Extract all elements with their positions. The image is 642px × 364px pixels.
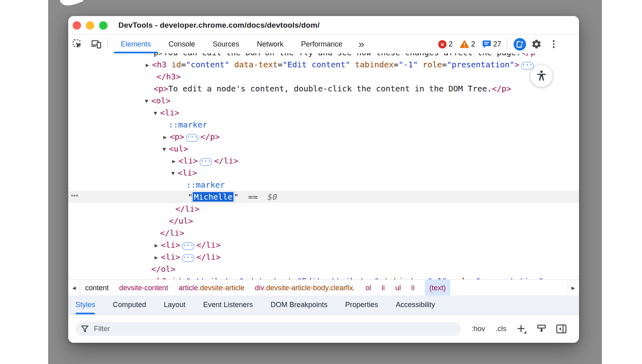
tree-collapsed-icon[interactable]: ▶	[154, 252, 161, 264]
breadcrumb-item[interactable]: li	[411, 280, 414, 296]
more-options-button[interactable]	[548, 36, 560, 52]
tree-expanded-icon[interactable]: ▼	[145, 95, 151, 107]
tree-expanded-icon[interactable]: ▼	[163, 144, 169, 156]
dom-tree-line[interactable]: p>You can edit the DOM on the fly and se…	[68, 53, 579, 59]
dom-token: p>You can edit the DOM on the fly and se…	[154, 53, 521, 57]
warnings-badge[interactable]: 2	[460, 40, 475, 49]
chevron-right-icon: ▶	[571, 285, 575, 290]
pane-tab-computed[interactable]: Computed	[113, 295, 146, 314]
tree-collapsed-icon[interactable]: ▶	[146, 59, 152, 71]
element-classes-button[interactable]: .cls	[496, 325, 506, 333]
breadcrumb-item[interactable]: div.devsite-article-body.clearfix.	[255, 280, 355, 296]
issues-badge[interactable]: 27	[482, 40, 501, 49]
node-ellipsis-icon[interactable]: ···	[182, 242, 195, 250]
breadcrumb-item[interactable]: li	[382, 280, 385, 296]
dom-tree-line[interactable]: </ol>	[68, 263, 579, 275]
desktop-background: DevTools - developer.chrome.com/docs/dev…	[0, 0, 642, 364]
dom-token: </li>	[196, 252, 220, 262]
dom-token: </li>	[175, 204, 199, 214]
node-ellipsis-icon[interactable]: ···	[186, 134, 199, 142]
breadcrumb-item[interactable]: ol	[366, 280, 371, 296]
toggle-element-state-button[interactable]: :hov	[471, 325, 485, 333]
dom-token: tabindex	[350, 60, 394, 69]
dom-token: <li>	[160, 108, 179, 117]
dom-tree-line[interactable]: ▶<h3 id="content" data-text="Edit conten…	[68, 59, 579, 71]
dom-tree-line[interactable]: ▼<li>	[68, 167, 579, 179]
pane-tab-styles[interactable]: Styles	[75, 295, 95, 314]
dom-token: role	[418, 60, 442, 69]
more-tabs-button[interactable]: »	[357, 39, 366, 49]
dom-token: "presentation"	[447, 60, 515, 69]
tree-collapsed-icon[interactable]: ▶	[154, 240, 161, 252]
dom-tree-line[interactable]: ▶<li>···</li>	[68, 155, 579, 167]
ai-device-sparkle-icon	[516, 40, 524, 48]
breadcrumb-scroll-left-button[interactable]: ◀	[68, 280, 80, 296]
node-ellipsis-icon[interactable]: ···	[521, 62, 534, 70]
dom-tree-line[interactable]: ▶<li>···</li>	[68, 239, 579, 251]
breadcrumb-item[interactable]: devsite-content	[119, 280, 168, 296]
breadcrumb-item[interactable]: ul	[395, 280, 401, 296]
dom-tree-line[interactable]: ▼<li>	[68, 107, 579, 119]
dom-tree-line[interactable]: ::marker	[68, 179, 579, 191]
paint-brush-button[interactable]	[536, 324, 547, 334]
breadcrumb-bar: ◀ contentdevsite-contentarticle.devsite-…	[68, 279, 579, 296]
breadcrumb-text: devsite-content	[119, 284, 168, 292]
pane-tab-accessibility[interactable]: Accessibility	[396, 295, 435, 314]
dom-tree-line[interactable]: </li>	[68, 227, 579, 239]
dom-tree-line[interactable]: </h3>	[68, 71, 579, 83]
dom-tree-line[interactable]: ▼<ol>	[68, 95, 579, 107]
tab-console[interactable]: Console	[160, 35, 204, 53]
filter-funnel-icon	[81, 325, 89, 333]
tree-expanded-icon[interactable]: ▼	[154, 107, 160, 119]
tab-elements[interactable]: Elements	[112, 35, 160, 53]
breadcrumb-item[interactable]: content	[85, 280, 109, 296]
dom-token: $0	[268, 192, 277, 202]
breadcrumb-scroll-right-button[interactable]: ▶	[567, 280, 579, 296]
maximize-window-button[interactable]	[99, 21, 108, 30]
dom-tree-line[interactable]: <p>To edit a node's content, double-clic…	[68, 83, 579, 95]
selected-text-editor[interactable]: Michelle	[193, 192, 234, 202]
node-ellipsis-icon[interactable]: ···	[199, 158, 212, 166]
device-toolbar-button[interactable]	[87, 35, 105, 53]
dom-tree-line[interactable]: •••"Michelle" == $0	[68, 191, 579, 203]
dom-token: "-1"	[398, 60, 418, 69]
breadcrumb-item[interactable]: article.devsite-article	[179, 280, 244, 296]
devtools-window: DevTools - developer.chrome.com/docs/dev…	[68, 16, 579, 343]
pane-tab-layout[interactable]: Layout	[164, 295, 185, 314]
dom-token: To edit a node's content, double-click t…	[168, 84, 492, 93]
dom-tree-line[interactable]: </ul>	[68, 215, 579, 227]
dom-tree-line[interactable]: </li>	[68, 203, 579, 215]
kebab-dot	[553, 40, 555, 42]
dom-tree-line[interactable]: ::marker	[68, 119, 579, 131]
new-style-rule-button[interactable]	[516, 324, 527, 334]
tab-performance[interactable]: Performance	[292, 35, 351, 53]
dom-token: =	[181, 60, 186, 69]
tab-sources[interactable]: Sources	[204, 35, 248, 53]
ai-assistance-button[interactable]	[514, 38, 526, 51]
filter-input[interactable]	[93, 324, 416, 334]
errors-badge[interactable]: × 2	[438, 40, 453, 49]
inspect-element-button[interactable]	[68, 35, 87, 53]
dom-token: >	[514, 60, 519, 69]
breadcrumbs: contentdevsite-contentarticle.devsite-ar…	[80, 280, 450, 296]
close-window-button[interactable]	[73, 21, 81, 30]
dom-token: </li>	[196, 240, 220, 250]
node-ellipsis-icon[interactable]: ···	[182, 254, 195, 262]
toggle-sidebar-button[interactable]	[556, 324, 567, 334]
tab-network[interactable]: Network	[248, 35, 292, 53]
pane-tab-dom-breakpoints[interactable]: DOM Breakpoints	[270, 295, 327, 314]
pane-tab-properties[interactable]: Properties	[345, 295, 378, 314]
tree-collapsed-icon[interactable]: ▶	[163, 131, 170, 144]
accessibility-overlay-button[interactable]	[530, 65, 553, 87]
dom-token: =	[278, 60, 282, 69]
dom-tree-line[interactable]: ▶<p>···</p>	[68, 131, 579, 143]
pane-tab-event-listeners[interactable]: Event Listeners	[203, 295, 253, 314]
dom-tree-line[interactable]: ▶<li>···</li>	[68, 251, 579, 263]
breadcrumb-item[interactable]: (text)	[425, 280, 450, 296]
row-actions-icon[interactable]: •••	[71, 190, 79, 202]
tree-expanded-icon[interactable]: ▼	[171, 168, 178, 180]
minimize-window-button[interactable]	[86, 21, 94, 30]
settings-button[interactable]	[528, 36, 544, 52]
tree-collapsed-icon[interactable]: ▶	[172, 156, 179, 168]
dom-tree-line[interactable]: ▼<ul>	[68, 143, 579, 155]
